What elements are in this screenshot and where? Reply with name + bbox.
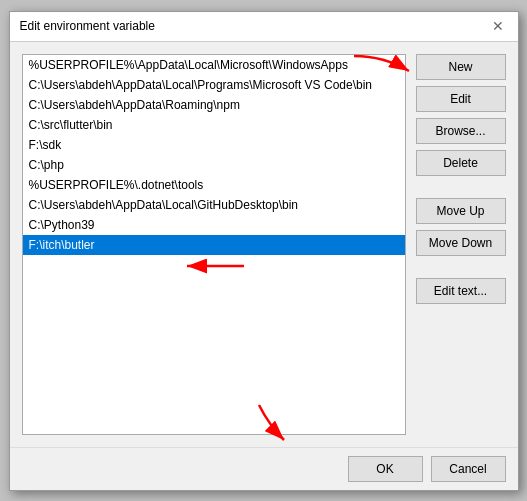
cancel-button[interactable]: Cancel <box>431 456 506 482</box>
list-item[interactable]: C:\Users\abdeh\AppData\Local\GitHubDeskt… <box>23 195 405 215</box>
list-item[interactable]: %USERPROFILE%\.dotnet\tools <box>23 175 405 195</box>
list-item[interactable]: C:\Python39 <box>23 215 405 235</box>
list-item[interactable]: F:\sdk <box>23 135 405 155</box>
edit-button[interactable]: Edit <box>416 86 506 112</box>
dialog-footer: OK Cancel <box>10 447 518 490</box>
edit-text-button[interactable]: Edit text... <box>416 278 506 304</box>
list-item[interactable]: C:\Users\abdeh\AppData\Local\Programs\Mi… <box>23 75 405 95</box>
edit-env-var-dialog: Edit environment variable ✕ %USERPROFILE… <box>9 11 519 491</box>
dialog-content: %USERPROFILE%\AppData\Local\Microsoft\Wi… <box>10 42 518 447</box>
list-item[interactable]: F:\itch\butler <box>23 235 405 255</box>
list-item[interactable]: %USERPROFILE%\AppData\Local\Microsoft\Wi… <box>23 55 405 75</box>
dialog-wrapper: Edit environment variable ✕ %USERPROFILE… <box>9 11 519 491</box>
env-variable-list[interactable]: %USERPROFILE%\AppData\Local\Microsoft\Wi… <box>22 54 406 435</box>
browse-button[interactable]: Browse... <box>416 118 506 144</box>
list-item[interactable]: C:\Users\abdeh\AppData\Roaming\npm <box>23 95 405 115</box>
close-button[interactable]: ✕ <box>488 16 508 36</box>
delete-button[interactable]: Delete <box>416 150 506 176</box>
new-button[interactable]: New <box>416 54 506 80</box>
ok-button[interactable]: OK <box>348 456 423 482</box>
move-up-button[interactable]: Move Up <box>416 198 506 224</box>
dialog-title: Edit environment variable <box>20 19 155 33</box>
list-item[interactable]: C:\src\flutter\bin <box>23 115 405 135</box>
list-item[interactable]: C:\php <box>23 155 405 175</box>
title-bar: Edit environment variable ✕ <box>10 12 518 42</box>
move-down-button[interactable]: Move Down <box>416 230 506 256</box>
buttons-panel: New Edit Browse... Delete Move Up Move D… <box>416 54 506 435</box>
list-panel: %USERPROFILE%\AppData\Local\Microsoft\Wi… <box>22 54 406 435</box>
